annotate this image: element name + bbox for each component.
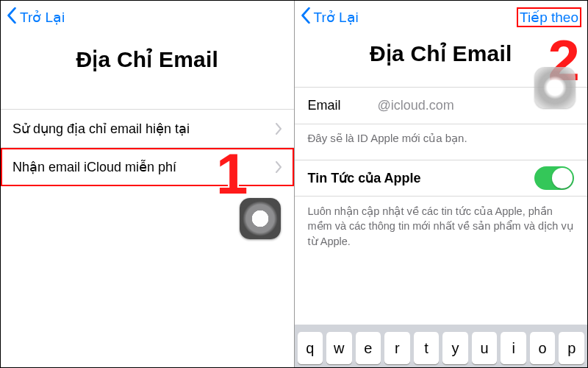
key-u[interactable]: u <box>472 332 498 364</box>
navbar: Trở Lại <box>1 1 294 33</box>
option-use-existing-email[interactable]: Sử dụng địa chỉ email hiện tại <box>1 110 294 148</box>
apple-news-description: Luôn nhận cập nhật về các tin tức của Ap… <box>295 197 588 249</box>
page-title: Địa Chỉ Email <box>309 40 573 66</box>
key-r[interactable]: r <box>384 332 410 364</box>
apple-news-toggle[interactable] <box>534 166 574 190</box>
navbar: Trở Lại Tiếp theo <box>295 1 588 33</box>
pane-step-2: Trở Lại Tiếp theo Địa Chỉ Email Email @i… <box>295 1 588 367</box>
chevron-right-icon <box>275 161 282 173</box>
pane-step-1: Trở Lại Địa Chỉ Email Sử dụng địa chỉ em… <box>1 1 294 367</box>
email-field-label: Email <box>308 98 378 113</box>
page-title: Địa Chỉ Email <box>1 46 294 72</box>
key-i[interactable]: i <box>501 332 526 364</box>
option-get-free-icloud-email[interactable]: Nhận email iCloud miễn phí <box>1 148 294 186</box>
email-hint: Đây sẽ là ID Apple mới của bạn. <box>295 124 588 160</box>
option-label: Sử dụng địa chỉ email hiện tại <box>12 121 275 137</box>
option-label: Nhận email iCloud miễn phí <box>12 159 275 175</box>
back-label: Trở Lại <box>314 9 359 26</box>
key-w[interactable]: w <box>326 332 352 364</box>
key-y[interactable]: y <box>442 332 468 364</box>
assistive-touch-icon[interactable] <box>240 198 281 239</box>
back-button[interactable]: Trở Lại <box>301 7 359 27</box>
apple-news-row: Tin Tức của Apple <box>295 160 588 197</box>
nav-left: Trở Lại <box>7 7 80 27</box>
toggle-knob <box>552 168 573 188</box>
chevron-left-icon <box>7 7 17 27</box>
nav-right: Tiếp theo <box>508 7 581 27</box>
assistive-touch-icon[interactable] <box>534 67 576 108</box>
options-list: Sử dụng địa chỉ email hiện tại Nhận emai… <box>1 109 294 186</box>
screenshot-frame: Trở Lại Địa Chỉ Email Sử dụng địa chỉ em… <box>0 0 588 368</box>
key-p[interactable]: p <box>559 332 584 364</box>
chevron-left-icon <box>301 7 311 27</box>
next-button[interactable]: Tiếp theo <box>517 7 581 27</box>
key-q[interactable]: q <box>298 332 323 364</box>
key-t[interactable]: t <box>414 332 440 364</box>
key-o[interactable]: o <box>530 332 556 364</box>
back-label: Trở Lại <box>20 9 65 26</box>
back-button[interactable]: Trở Lại <box>7 7 65 27</box>
keyboard[interactable]: q w e r t y u i o p <box>295 325 588 367</box>
key-e[interactable]: e <box>356 332 381 364</box>
apple-news-label: Tin Tức của Apple <box>308 170 421 186</box>
nav-left: Trở Lại <box>301 7 374 27</box>
chevron-right-icon <box>275 123 282 135</box>
